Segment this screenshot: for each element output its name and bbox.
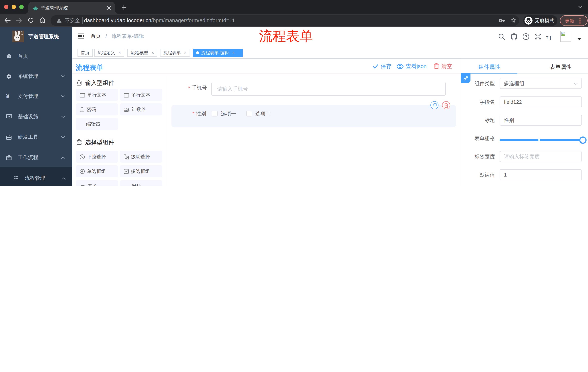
svg-text:T: T <box>548 34 552 40</box>
svg-text:123: 123 <box>124 108 129 112</box>
svg-text:T: T <box>546 35 548 40</box>
